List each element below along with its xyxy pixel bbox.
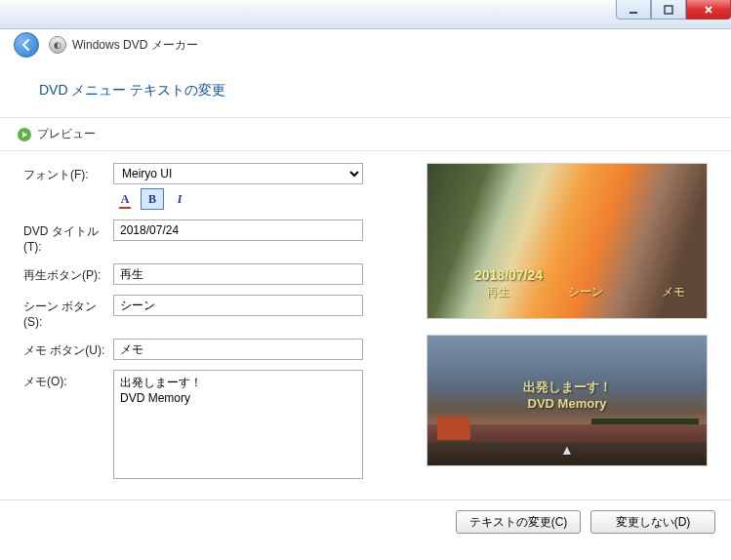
preview-column: 2018/07/24 再生 シーン メモ 出発しまーす！ DVD Memory … (426, 163, 708, 492)
bus-shape (437, 417, 470, 440)
dvd-title-label: DVD タイトル(T): (23, 220, 113, 254)
dvd-title-input[interactable] (113, 220, 363, 241)
svg-rect-1 (665, 6, 672, 14)
bold-button[interactable]: B (141, 188, 164, 210)
form-column: フォント(F): Meiryo UI A B I DVD タイトル(T): 再生… (23, 163, 403, 492)
preview-link[interactable]: プレビュー (0, 118, 731, 151)
svg-rect-0 (629, 12, 637, 14)
font-label: フォント(F): (23, 163, 113, 183)
maximize-button[interactable] (651, 0, 686, 20)
titlebar (0, 0, 731, 29)
app-icon: ◐ (49, 36, 66, 54)
memo-button-input[interactable] (113, 339, 363, 360)
preview-label: プレビュー (37, 126, 96, 142)
minimize-button[interactable] (616, 0, 651, 20)
section-title: DVD メニュー テキストの変更 (0, 60, 731, 118)
play-icon (18, 128, 31, 141)
preview-memo-screen: 出発しまーす！ DVD Memory ▲ (426, 335, 708, 466)
preview-menu-scene: シーン (568, 284, 603, 300)
memo-button-label: メモ ボタン(U): (23, 339, 113, 359)
change-text-button[interactable]: テキストの変更(C) (456, 510, 581, 534)
preview-title-text: 2018/07/24 (474, 267, 543, 283)
header: ◐ Windows DVD メーカー (0, 29, 731, 60)
up-arrow-icon: ▲ (560, 442, 574, 458)
preview-menu-row: 再生 シーン メモ (486, 284, 685, 300)
font-select[interactable]: Meiryo UI (113, 163, 363, 184)
play-button-input[interactable] (113, 263, 363, 285)
app-title: Windows DVD メーカー (72, 37, 198, 54)
memo-textarea[interactable] (113, 370, 363, 479)
footer: テキストの変更(C) 変更しない(D) (0, 500, 731, 543)
preview-menu-memo: メモ (662, 284, 685, 300)
preview-main-menu: 2018/07/24 再生 シーン メモ (426, 163, 708, 319)
italic-button[interactable]: I (168, 188, 191, 210)
scene-button-label: シーン ボタン(S): (23, 295, 113, 329)
back-button[interactable] (14, 32, 39, 58)
memo-label: メモ(O): (23, 370, 113, 390)
scene-button-input[interactable] (113, 295, 363, 316)
font-color-button[interactable]: A (113, 188, 137, 210)
play-button-label: 再生ボタン(P): (23, 263, 113, 284)
cancel-button[interactable]: 変更しない(D) (590, 510, 715, 534)
window-controls (616, 0, 731, 20)
preview-menu-play: 再生 (486, 284, 509, 300)
close-button[interactable] (686, 0, 731, 20)
preview-memo-text: 出発しまーす！ DVD Memory (427, 379, 707, 411)
